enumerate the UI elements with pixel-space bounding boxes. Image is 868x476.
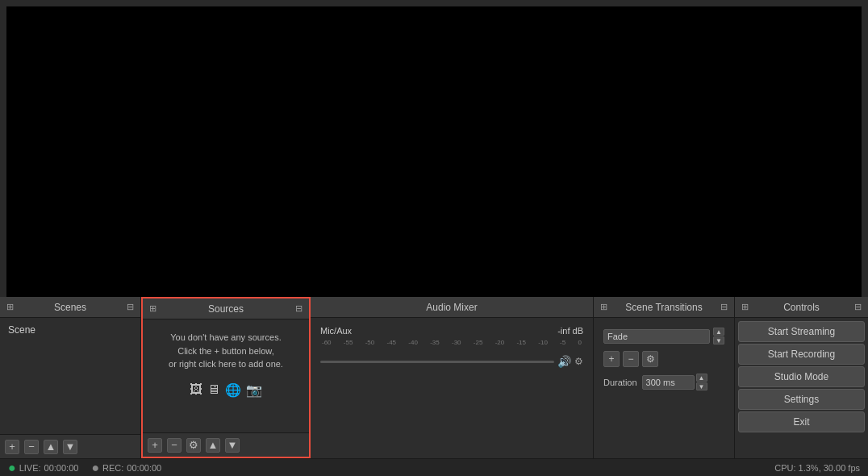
browser-source-icon: 🌐 <box>225 382 241 398</box>
fade-spinner: ▲ ▼ <box>713 328 724 344</box>
sources-empty-text: You don't have any sources.Click the + b… <box>165 324 286 378</box>
scenes-icon-right[interactable]: ⊟ <box>127 302 134 312</box>
sources-content[interactable]: You don't have any sources.Click the + b… <box>143 319 309 432</box>
audio-settings-icon[interactable]: ⚙ <box>574 356 583 367</box>
sources-panel-header: ⊞ Sources ⊟ <box>143 299 309 319</box>
controls-content: Start Streaming Start Recording Studio M… <box>735 318 868 436</box>
audio-db-level: -inf dB <box>557 326 583 336</box>
duration-spinner-up[interactable]: ▲ <box>696 374 707 382</box>
transitions-icon-right[interactable]: ⊟ <box>720 302 728 312</box>
audio-channel: Mic/Aux -inf dB -60 -55 -50 -45 -40 -35 … <box>315 323 588 371</box>
transitions-icon-left[interactable]: ⊞ <box>600 302 607 312</box>
transition-add-row: + − ⚙ <box>603 351 724 367</box>
rec-indicator: ● REC: 00:00:00 <box>91 461 161 475</box>
rec-time: 00:00:00 <box>127 463 161 473</box>
transition-add-button[interactable]: + <box>603 351 620 367</box>
scenes-up-button[interactable]: ▲ <box>44 440 58 454</box>
volume-slider[interactable] <box>320 361 554 363</box>
sources-panel: ⊞ Sources ⊟ You don't have any sources.C… <box>141 297 311 458</box>
scene-item[interactable]: Scene <box>5 323 136 337</box>
sources-remove-button[interactable]: − <box>167 438 182 453</box>
status-bar: ● LIVE: 00:00:00 ● REC: 00:00:00 CPU: 1.… <box>0 458 868 476</box>
duration-input[interactable] <box>642 375 695 390</box>
controls-icon-left[interactable]: ⊞ <box>741 302 749 312</box>
scenes-toolbar: + − ▲ ▼ <box>0 434 140 458</box>
fade-spinner-down[interactable]: ▼ <box>713 336 724 344</box>
transitions-inner: Fade Cut Swipe Slide ▲ ▼ + − <box>599 323 729 395</box>
studio-mode-button[interactable]: Studio Mode <box>738 366 865 387</box>
controls-panel-header: ⊞ Controls ⊟ <box>735 297 868 318</box>
audio-panel: Audio Mixer Mic/Aux -inf dB -60 -55 -50 … <box>311 297 594 458</box>
live-dot-icon: ● <box>8 461 16 475</box>
scenes-panel: ⊞ Scenes ⊟ Scene + − ▲ ▼ <box>0 297 141 458</box>
rec-label: REC: <box>102 463 123 473</box>
fade-spinner-up[interactable]: ▲ <box>713 328 724 336</box>
duration-row: Duration ▲ ▼ <box>603 374 724 390</box>
live-label: LIVE: <box>19 463 41 473</box>
display-source-icon: 🖥 <box>207 382 220 398</box>
audio-row-controls: 🔊 ⚙ <box>320 355 583 368</box>
preview-area <box>0 0 868 297</box>
duration-spinner-down[interactable]: ▼ <box>696 382 707 390</box>
meter-scale-labels: -60 -55 -50 -45 -40 -35 -30 -25 -20 -15 … <box>320 339 583 346</box>
cpu-label: CPU: 1.3%, 30.00 fps <box>774 463 860 473</box>
scenes-panel-header: ⊞ Scenes ⊟ <box>0 297 140 318</box>
duration-spinner: ▲ ▼ <box>696 374 707 390</box>
live-time: 00:00:00 <box>44 463 79 473</box>
sources-down-button[interactable]: ▼ <box>225 438 240 453</box>
audio-content: Mic/Aux -inf dB -60 -55 -50 -45 -40 -35 … <box>311 318 593 458</box>
transitions-panel-title: Scene Transitions <box>607 302 720 313</box>
sources-toolbar: + − ⚙ ▲ ▼ <box>143 432 309 457</box>
transition-settings-button[interactable]: ⚙ <box>642 351 658 367</box>
exit-button[interactable]: Exit <box>738 411 865 432</box>
audio-channel-header: Mic/Aux -inf dB <box>320 326 583 336</box>
transitions-panel-header: ⊞ Scene Transitions ⊟ <box>594 297 734 318</box>
duration-input-group: ▲ ▼ <box>642 374 707 390</box>
fade-select-row: Fade Cut Swipe Slide ▲ ▼ <box>603 328 724 344</box>
scenes-icon-left[interactable]: ⊞ <box>6 302 14 312</box>
start-streaming-button[interactable]: Start Streaming <box>738 321 865 342</box>
audio-panel-header: Audio Mixer <box>311 297 593 318</box>
sources-up-button[interactable]: ▲ <box>206 438 220 453</box>
scenes-add-button[interactable]: + <box>5 440 19 454</box>
scenes-content: Scene <box>0 318 140 434</box>
sources-icon-left[interactable]: ⊞ <box>149 303 156 314</box>
audio-channel-name: Mic/Aux <box>320 326 352 336</box>
sources-add-button[interactable]: + <box>148 438 162 453</box>
scenes-down-button[interactable]: ▼ <box>63 440 77 454</box>
sources-panel-title: Sources <box>156 303 295 315</box>
transitions-content: Fade Cut Swipe Slide ▲ ▼ + − <box>594 318 734 458</box>
source-type-icons: 🖼 🖥 🌐 📷 <box>190 382 262 398</box>
transitions-panel: ⊞ Scene Transitions ⊟ Fade Cut Swipe Sli… <box>594 297 735 458</box>
preview-canvas <box>6 6 862 297</box>
controls-panel: ⊞ Controls ⊟ Start Streaming Start Recor… <box>735 297 868 458</box>
bottom-panel: ⊞ Scenes ⊟ Scene + − ▲ ▼ ⊞ Sources ⊟ <box>0 297 868 458</box>
settings-button[interactable]: Settings <box>738 389 865 410</box>
sources-settings-button[interactable]: ⚙ <box>186 438 201 453</box>
camera-source-icon: 📷 <box>246 382 262 398</box>
scenes-panel-title: Scenes <box>14 302 127 313</box>
audio-panel-title: Audio Mixer <box>317 302 586 313</box>
panels-row: ⊞ Scenes ⊟ Scene + − ▲ ▼ ⊞ Sources ⊟ <box>0 297 868 458</box>
image-source-icon: 🖼 <box>190 382 202 398</box>
transition-remove-button[interactable]: − <box>623 351 639 367</box>
scenes-remove-button[interactable]: − <box>24 440 39 454</box>
mute-icon[interactable]: 🔊 <box>557 355 571 368</box>
controls-icon-right[interactable]: ⊟ <box>854 302 862 312</box>
rec-dot-icon: ● <box>91 461 99 475</box>
fade-type-select[interactable]: Fade Cut Swipe Slide <box>603 329 710 344</box>
sources-icon-right[interactable]: ⊟ <box>295 303 303 314</box>
live-indicator: ● LIVE: 00:00:00 <box>8 461 78 475</box>
start-recording-button[interactable]: Start Recording <box>738 344 865 365</box>
duration-label: Duration <box>603 378 637 387</box>
controls-panel-title: Controls <box>749 302 854 313</box>
